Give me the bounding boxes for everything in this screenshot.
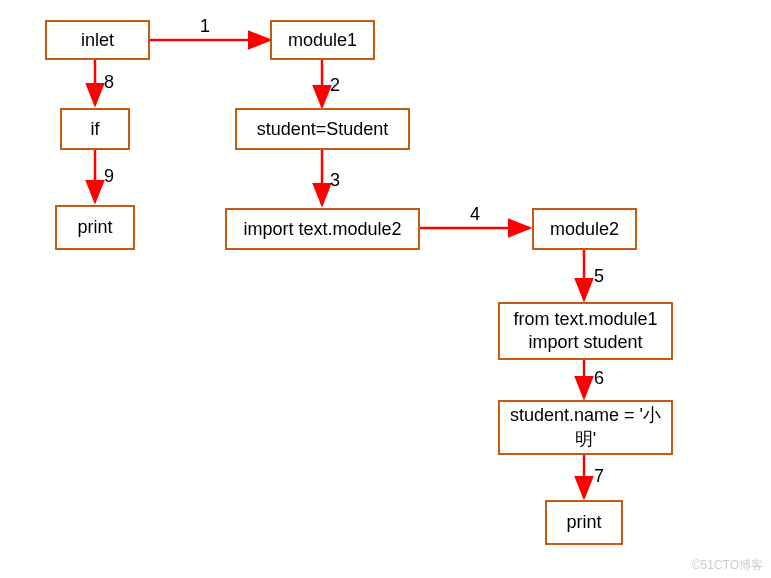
edge-label-5: 5 [594, 266, 604, 287]
node-student-assign: student=Student [235, 108, 410, 150]
node-module2: module2 [532, 208, 637, 250]
node-inlet: inlet [45, 20, 150, 60]
node-inlet-label: inlet [81, 30, 114, 51]
node-module2-label: module2 [550, 219, 619, 240]
node-import-module2-label: import text.module2 [243, 219, 401, 240]
edge-label-1: 1 [200, 16, 210, 37]
edge-label-6: 6 [594, 368, 604, 389]
edge-label-2: 2 [330, 75, 340, 96]
node-module1: module1 [270, 20, 375, 60]
node-import-module2: import text.module2 [225, 208, 420, 250]
edge-label-9: 9 [104, 166, 114, 187]
node-print-left-label: print [77, 217, 112, 238]
node-if: if [60, 108, 130, 150]
node-from-import: from text.module1 import student [498, 302, 673, 360]
node-print-left: print [55, 205, 135, 250]
node-from-import-label: from text.module1 import student [508, 308, 663, 355]
edge-label-7: 7 [594, 466, 604, 487]
node-print-right: print [545, 500, 623, 545]
edge-label-8: 8 [104, 72, 114, 93]
edge-label-3: 3 [330, 170, 340, 191]
node-student-name-label: student.name = '小明' [508, 404, 663, 451]
node-student-assign-label: student=Student [257, 119, 389, 140]
node-module1-label: module1 [288, 30, 357, 51]
node-print-right-label: print [566, 512, 601, 533]
node-student-name: student.name = '小明' [498, 400, 673, 455]
node-if-label: if [91, 119, 100, 140]
edge-label-4: 4 [470, 204, 480, 225]
watermark: ©51CTO博客 [692, 557, 763, 574]
